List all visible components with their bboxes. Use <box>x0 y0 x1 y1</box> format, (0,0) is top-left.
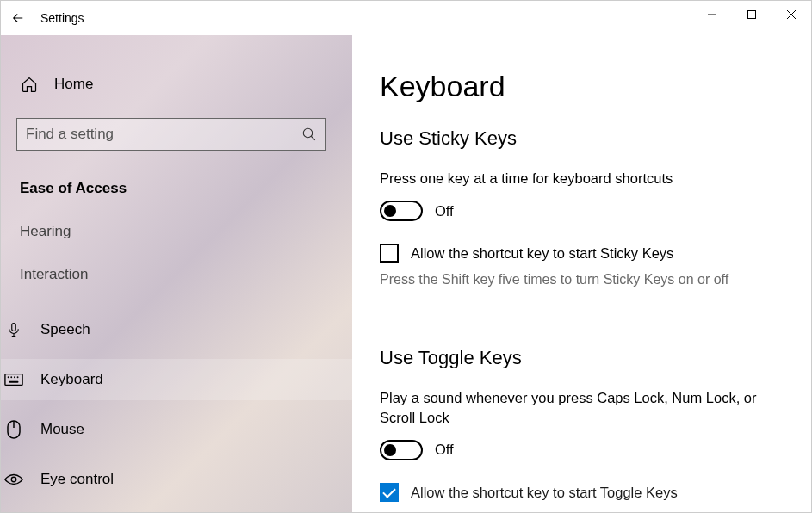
arrow-left-icon <box>10 10 26 26</box>
svg-line-5 <box>311 136 315 140</box>
sticky-keys-checkbox-row: Allow the shortcut key to start Sticky K… <box>380 244 784 263</box>
toggle-keys-toggle[interactable] <box>380 440 423 460</box>
sticky-keys-heading: Use Sticky Keys <box>380 127 784 150</box>
toggle-keys-checkbox-label: Allow the shortcut key to start Toggle K… <box>411 483 678 503</box>
category-header: Ease of Access <box>16 180 337 197</box>
svg-point-4 <box>303 128 313 138</box>
subcategory-hearing[interactable]: Hearing <box>16 223 337 240</box>
sidebar: Home Ease of Access Hearing Interaction … <box>1 35 352 512</box>
sticky-keys-shortcut-checkbox[interactable] <box>380 244 399 263</box>
toggle-keys-toggle-label: Off <box>435 442 454 458</box>
main-content: Keyboard Use Sticky Keys Press one key a… <box>352 35 811 512</box>
close-icon <box>786 9 797 20</box>
home-icon <box>20 75 39 94</box>
nav-item-mouse[interactable]: Mouse <box>0 409 352 450</box>
nav-item-speech[interactable]: Speech <box>0 309 352 350</box>
window-title: Settings <box>40 11 84 25</box>
mouse-icon <box>4 420 23 439</box>
toggle-knob <box>384 444 396 456</box>
nav-label: Keyboard <box>40 371 103 388</box>
svg-rect-6 <box>12 324 16 331</box>
back-button[interactable] <box>1 1 35 35</box>
titlebar: Settings <box>1 1 811 35</box>
svg-point-15 <box>11 477 16 482</box>
search-box[interactable] <box>16 118 326 151</box>
keyboard-icon <box>4 370 23 389</box>
sticky-keys-hint: Press the Shift key five times to turn S… <box>380 270 784 289</box>
home-label: Home <box>54 76 93 93</box>
nav-label: Mouse <box>40 421 84 438</box>
minimize-icon <box>707 9 717 20</box>
layout: Home Ease of Access Hearing Interaction … <box>1 35 811 512</box>
toggle-keys-desc: Play a sound whenever you press Caps Loc… <box>380 388 784 428</box>
maximize-icon <box>747 9 757 20</box>
page-title: Keyboard <box>380 70 784 103</box>
toggle-keys-heading: Use Toggle Keys <box>380 347 784 369</box>
nav-label: Eye control <box>40 471 114 488</box>
svg-rect-1 <box>748 11 756 19</box>
toggle-keys-toggle-row: Off <box>380 440 784 460</box>
maximize-button[interactable] <box>732 1 772 28</box>
toggle-knob <box>384 205 396 217</box>
close-button[interactable] <box>772 1 811 28</box>
toggle-keys-shortcut-checkbox[interactable] <box>380 483 399 502</box>
nav-label: Speech <box>40 321 90 338</box>
nav-item-eye-control[interactable]: Eye control <box>0 459 352 500</box>
sticky-keys-toggle-label: Off <box>435 203 454 219</box>
search-input[interactable] <box>26 126 301 143</box>
subcategory-interaction[interactable]: Interaction <box>16 266 337 283</box>
microphone-icon <box>4 320 23 339</box>
sticky-keys-desc: Press one key at a time for keyboard sho… <box>380 169 784 189</box>
search-icon <box>301 127 317 142</box>
toggle-keys-checkbox-row: Allow the shortcut key to start Toggle K… <box>380 483 784 503</box>
eye-icon <box>4 470 23 489</box>
svg-rect-7 <box>5 374 22 386</box>
sticky-keys-toggle[interactable] <box>380 201 423 221</box>
home-link[interactable]: Home <box>16 70 337 99</box>
sticky-keys-checkbox-label: Allow the shortcut key to start Sticky K… <box>411 244 673 263</box>
window-controls <box>692 1 811 28</box>
sticky-keys-toggle-row: Off <box>380 201 784 221</box>
nav-item-keyboard[interactable]: Keyboard <box>0 359 352 400</box>
minimize-button[interactable] <box>692 1 732 28</box>
